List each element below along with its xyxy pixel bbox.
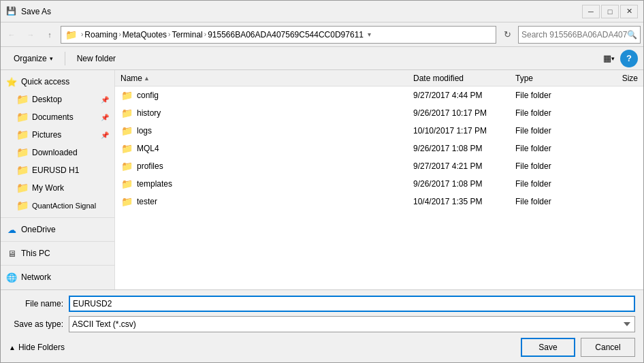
cancel-label: Cancel (595, 343, 620, 352)
sidebar-label-mywork: My Work (32, 183, 64, 193)
sidebar-item-documents[interactable]: 📁 Documents 📌 (1, 108, 114, 126)
pin-icon-desktop: 📌 (101, 96, 109, 104)
search-box[interactable]: 🔍 (518, 26, 641, 44)
path-metaquotes[interactable]: MetaQuotes (123, 30, 167, 40)
filename-input[interactable] (69, 296, 635, 312)
file-type: File folder (515, 126, 583, 136)
sidebar-item-pictures[interactable]: 📁 Pictures 📌 (1, 126, 114, 144)
file-name: logs (137, 126, 413, 136)
sidebar-divider-1 (1, 217, 114, 218)
sidebar-item-onedrive[interactable]: ☁ OneDrive (1, 221, 114, 238)
folder-icon-eurusd: 📁 (17, 165, 28, 176)
path-roaming[interactable]: Roaming (84, 30, 117, 40)
view-arrow: ▾ (611, 55, 615, 62)
folder-icon-pictures: 📁 (17, 129, 28, 140)
window-title: Save As (21, 7, 582, 16)
col-header-name[interactable]: Name ▲ (120, 74, 413, 83)
sidebar-item-network[interactable]: 🌐 Network (1, 268, 114, 286)
pin-icon-documents: 📌 (101, 114, 109, 121)
file-list: Name ▲ Date modified Type Size 📁 config … (115, 70, 643, 289)
savetype-select[interactable]: ASCII Text (*.csv) (69, 316, 635, 332)
file-date: 10/10/2017 1:17 PM (413, 126, 515, 136)
path-folder-icon: 📁 (65, 29, 80, 40)
table-row[interactable]: 📁 history 9/26/2017 10:17 PM File folder (115, 104, 643, 122)
file-name: config (137, 91, 413, 100)
sidebar-item-eurusd[interactable]: 📁 EURUSD H1 (1, 161, 114, 179)
search-input[interactable] (521, 30, 627, 40)
file-name: history (137, 108, 413, 118)
path-terminal[interactable]: Terminal (172, 30, 202, 40)
maximize-button[interactable]: □ (601, 5, 619, 18)
table-row[interactable]: 📁 tester 10/4/2017 1:35 PM File folder (115, 193, 643, 210)
file-date: 9/26/2017 1:08 PM (413, 144, 515, 153)
path-guid[interactable]: 915566BA06ADA407569C544CC0D97611 (208, 30, 364, 40)
address-bar: ← → ↑ 📁 › Roaming › MetaQuotes › Termina… (1, 22, 643, 47)
file-folder-icon: 📁 (120, 125, 133, 137)
window-controls: ─ □ ✕ (582, 5, 638, 18)
path-dropdown-arrow[interactable]: ▾ (368, 31, 371, 38)
refresh-button[interactable]: ↻ (499, 27, 515, 43)
table-row[interactable]: 📁 logs 10/10/2017 1:17 PM File folder (115, 122, 643, 140)
folder-icon-quantaction: 📁 (17, 200, 28, 211)
close-button[interactable]: ✕ (620, 5, 638, 18)
file-folder-icon: 📁 (120, 178, 133, 190)
file-folder-icon: 📁 (120, 195, 133, 208)
cancel-button[interactable]: Cancel (581, 338, 635, 357)
save-as-dialog: 💾 Save As ─ □ ✕ ← → ↑ 📁 › Roaming › Meta… (0, 0, 644, 363)
file-type: File folder (515, 144, 583, 153)
folder-icon-downloaded: 📁 (17, 147, 28, 158)
hide-arrow-icon: ▲ (9, 344, 16, 351)
pin-icon-pictures: 📌 (101, 131, 109, 139)
help-button[interactable]: ? (620, 50, 638, 67)
filename-row: File name: (9, 296, 635, 312)
sidebar-label-this-pc: This PC (21, 249, 50, 258)
sidebar-item-mywork[interactable]: 📁 My Work (1, 179, 114, 197)
sidebar-item-quantaction[interactable]: 📁 QuantAction Signal (1, 197, 114, 215)
table-row[interactable]: 📁 MQL4 9/26/2017 1:08 PM File folder (115, 140, 643, 157)
minimize-button[interactable]: ─ (582, 5, 600, 18)
hide-folders-label: Hide Folders (18, 343, 65, 352)
sidebar-item-desktop[interactable]: 📁 Desktop 📌 (1, 91, 114, 108)
col-header-date[interactable]: Date modified (413, 74, 515, 83)
sidebar-label-documents: Documents (32, 112, 74, 122)
file-name: tester (137, 197, 413, 206)
savetype-row: Save as type: ASCII Text (*.csv) (9, 316, 635, 332)
file-rows-container: 📁 config 9/27/2017 4:44 PM File folder 📁… (115, 86, 643, 210)
file-name: templates (137, 179, 413, 189)
view-icon: ▦ (603, 53, 611, 63)
file-name: profiles (137, 161, 413, 171)
file-date: 9/27/2017 4:44 PM (413, 91, 515, 100)
pc-icon: 🖥 (6, 248, 17, 259)
sidebar-item-downloaded[interactable]: 📁 Downloaded (1, 144, 114, 161)
back-button[interactable]: ← (3, 27, 20, 43)
toolbar: Organize ▾ New folder ▦ ▾ ? (1, 47, 643, 70)
hide-folders-button[interactable]: ▲ Hide Folders (9, 343, 65, 352)
sidebar-item-this-pc[interactable]: 🖥 This PC (1, 244, 114, 262)
toolbar-right: ▦ ▾ ? (600, 50, 638, 67)
col-header-size[interactable]: Size (583, 74, 638, 83)
table-row[interactable]: 📁 templates 9/26/2017 1:08 PM File folde… (115, 175, 643, 193)
bottom-section: File name: Save as type: ASCII Text (*.c… (1, 289, 643, 362)
save-button[interactable]: Save (521, 338, 575, 357)
address-path[interactable]: 📁 › Roaming › MetaQuotes › Terminal › 91… (61, 26, 496, 44)
sidebar-divider-2 (1, 241, 114, 242)
view-button[interactable]: ▦ ▾ (600, 50, 617, 67)
col-header-type[interactable]: Type (515, 74, 583, 83)
table-row[interactable]: 📁 profiles 9/27/2017 4:21 PM File folder (115, 157, 643, 175)
cloud-icon: ☁ (6, 224, 17, 235)
table-row[interactable]: 📁 config 9/27/2017 4:44 PM File folder (115, 86, 643, 104)
organize-button[interactable]: Organize ▾ (6, 50, 61, 67)
window-icon: 💾 (6, 6, 17, 17)
up-button[interactable]: ↑ (42, 27, 58, 43)
filename-label: File name: (9, 299, 63, 309)
file-type: File folder (515, 161, 583, 171)
sidebar: ⭐ Quick access 📁 Desktop 📌 📁 Documents 📌… (1, 70, 115, 289)
sidebar-item-quick-access[interactable]: ⭐ Quick access (1, 73, 114, 91)
organize-label: Organize (14, 54, 47, 63)
file-type: File folder (515, 197, 583, 206)
main-content: ⭐ Quick access 📁 Desktop 📌 📁 Documents 📌… (1, 70, 643, 289)
save-label: Save (538, 343, 557, 352)
toolbar-separator (65, 52, 65, 65)
new-folder-button[interactable]: New folder (69, 50, 123, 67)
forward-button[interactable]: → (22, 27, 39, 43)
